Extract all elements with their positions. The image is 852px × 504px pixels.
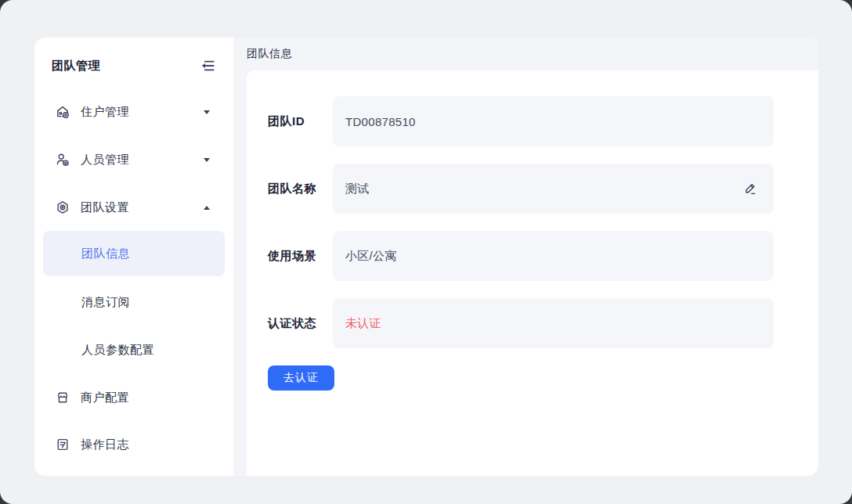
gear-icon bbox=[55, 200, 70, 215]
field-label: 使用场景 bbox=[268, 249, 333, 264]
sidebar-item-message-subscription[interactable]: 消息订阅 bbox=[43, 279, 225, 325]
certification-status-field: 未认证 bbox=[333, 298, 774, 348]
breadcrumb: 团队信息 bbox=[247, 38, 818, 70]
sidebar-item-personnel-parameter-config[interactable]: 人员参数配置 bbox=[43, 327, 225, 373]
sidebar-item-label: 团队信息 bbox=[81, 247, 130, 261]
team-name-field: 测试 bbox=[333, 164, 774, 214]
field-label: 团队名称 bbox=[268, 182, 333, 196]
form-row-team-id: 团队ID TD00878510 bbox=[268, 96, 774, 146]
chevron-down-icon bbox=[204, 158, 210, 162]
log-icon bbox=[55, 437, 70, 452]
field-label: 认证状态 bbox=[268, 316, 333, 331]
form-row-certification-status: 认证状态 未认证 bbox=[268, 298, 774, 348]
sidebar: 团队管理 bbox=[34, 38, 233, 476]
sidebar-item-merchant-config[interactable]: 商户配置 bbox=[43, 375, 225, 420]
sidebar-header: 团队管理 bbox=[52, 55, 218, 77]
fold-sidebar-icon bbox=[199, 57, 216, 74]
form-row-usage-scenario: 使用场景 小区/公寓 bbox=[268, 231, 774, 281]
shop-icon bbox=[55, 390, 70, 405]
sidebar-item-label: 人员参数配置 bbox=[81, 343, 154, 358]
sidebar-item-label: 团队设置 bbox=[81, 200, 129, 215]
team-id-field: TD00878510 bbox=[333, 96, 774, 146]
chevron-down-icon bbox=[204, 110, 210, 114]
page-title: 团队信息 bbox=[247, 47, 292, 61]
sidebar-item-label: 商户配置 bbox=[81, 391, 129, 405]
house-icon bbox=[55, 104, 70, 120]
sidebar-item-team-settings[interactable]: 团队设置 bbox=[43, 185, 225, 230]
sidebar-collapse-button[interactable] bbox=[197, 56, 218, 76]
pencil-icon bbox=[742, 181, 758, 197]
main-area: 团队信息 团队ID TD00878510 团队名称 测试 bbox=[247, 38, 818, 476]
sidebar-item-label: 操作日志 bbox=[81, 437, 129, 452]
edit-team-name-button[interactable] bbox=[742, 181, 758, 197]
sidebar-item-personnel-management[interactable]: 人员管理 bbox=[43, 137, 225, 182]
field-label: 团队ID bbox=[268, 114, 333, 129]
sidebar-item-operation-log[interactable]: 操作日志 bbox=[43, 422, 225, 467]
usage-scenario-field: 小区/公寓 bbox=[333, 231, 774, 281]
sidebar-item-label: 人员管理 bbox=[81, 153, 129, 167]
sidebar-item-team-info[interactable]: 团队信息 bbox=[43, 231, 225, 276]
sidebar-title: 团队管理 bbox=[52, 59, 100, 74]
sidebar-item-resident-management[interactable]: 住户管理 bbox=[43, 89, 225, 135]
form-row-team-name: 团队名称 测试 bbox=[268, 164, 774, 214]
status-badge: 未认证 bbox=[345, 316, 381, 331]
sidebar-item-label: 住户管理 bbox=[81, 105, 129, 120]
field-value: 测试 bbox=[345, 182, 370, 196]
field-value: 小区/公寓 bbox=[345, 249, 397, 264]
go-certify-button[interactable]: 去认证 bbox=[268, 365, 334, 391]
sidebar-item-label: 消息订阅 bbox=[81, 295, 130, 310]
team-info-panel: 团队ID TD00878510 团队名称 测试 bbox=[247, 70, 818, 476]
app-window: 团队管理 bbox=[34, 38, 818, 476]
chevron-up-icon bbox=[204, 206, 210, 210]
people-icon bbox=[55, 152, 70, 167]
page-background: 团队管理 bbox=[0, 0, 852, 504]
field-value: TD00878510 bbox=[345, 115, 416, 128]
